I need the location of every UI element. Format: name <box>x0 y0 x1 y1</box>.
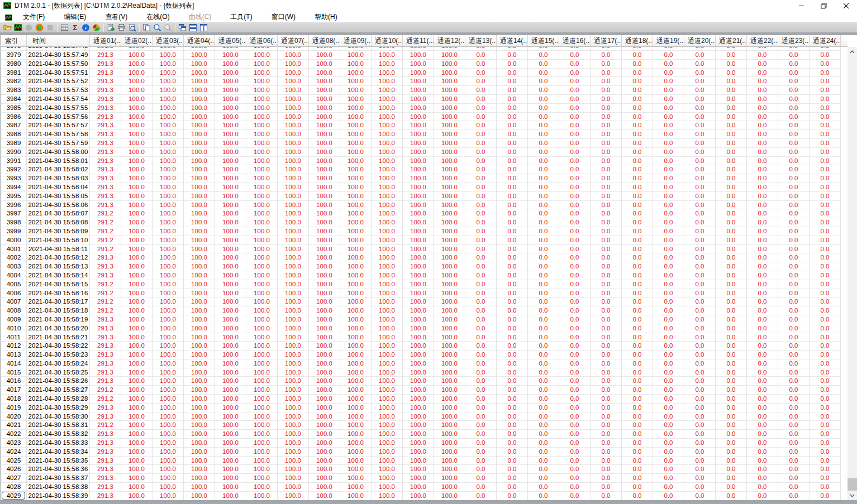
cell-time[interactable]: 2021-04-30 15:58:29 <box>27 404 90 412</box>
cell-ch07[interactable]: 100.0 <box>278 377 309 386</box>
cell-ch16[interactable]: 0.0 <box>559 430 591 439</box>
col-header-ch10[interactable]: 通道10(... <box>372 35 403 46</box>
cell-ch09[interactable]: 100.0 <box>340 492 372 500</box>
cell-ch05[interactable]: 100.0 <box>215 333 246 342</box>
cell-ch07[interactable]: 100.0 <box>278 60 309 69</box>
cell-ch17[interactable]: 0.0 <box>591 306 622 315</box>
cell-ch03[interactable]: 100.0 <box>153 157 184 166</box>
cell-ch05[interactable]: 100.0 <box>215 121 246 130</box>
cell-ch17[interactable]: 0.0 <box>591 333 622 342</box>
cell-ch20[interactable]: 0.0 <box>684 51 716 60</box>
cell-ch01[interactable]: 291.3 <box>90 404 121 412</box>
cell-ch24[interactable]: 0.0 <box>810 465 841 474</box>
cell-ch06[interactable]: 100.0 <box>246 253 278 262</box>
cell-ch06[interactable]: 100.0 <box>246 324 278 333</box>
cell-ch23[interactable]: 0.0 <box>778 404 810 412</box>
cell-ch14[interactable]: 0.0 <box>497 297 528 306</box>
cell-ch08[interactable]: 100.0 <box>309 333 340 342</box>
cell-ch22[interactable]: 0.0 <box>747 245 778 254</box>
cell-ch01[interactable]: 291.3 <box>90 492 121 500</box>
cell-ch09[interactable]: 100.0 <box>340 227 372 236</box>
cell-ch19[interactable]: 0.0 <box>653 139 684 148</box>
cell-ch19[interactable]: 0.0 <box>653 404 684 412</box>
cell-ch15[interactable]: 0.0 <box>528 121 559 130</box>
cell-ch13[interactable]: 0.0 <box>465 457 497 465</box>
cell-index[interactable]: 4027 <box>1 474 27 483</box>
cell-ch02[interactable]: 100.0 <box>121 51 153 60</box>
cell-ch17[interactable]: 0.0 <box>591 439 622 448</box>
cell-ch14[interactable]: 0.0 <box>497 457 528 465</box>
cell-ch16[interactable]: 0.0 <box>559 165 591 174</box>
cell-ch19[interactable]: 0.0 <box>653 457 684 465</box>
cell-ch17[interactable]: 0.0 <box>591 483 622 492</box>
cell-ch01[interactable]: 291.3 <box>90 148 121 157</box>
cell-ch21[interactable]: 0.0 <box>716 209 747 218</box>
cell-ch01[interactable]: 291.3 <box>90 130 121 139</box>
cell-ch13[interactable]: 0.0 <box>465 157 497 166</box>
cell-ch17[interactable]: 0.0 <box>591 280 622 289</box>
cell-ch23[interactable]: 0.0 <box>778 351 810 359</box>
cell-ch08[interactable]: 100.0 <box>309 192 340 201</box>
cell-ch20[interactable]: 0.0 <box>684 209 716 218</box>
cell-ch01[interactable]: 291.3 <box>90 47 121 51</box>
cell-ch21[interactable]: 0.0 <box>716 47 747 51</box>
cell-ch17[interactable]: 0.0 <box>591 104 622 113</box>
cell-ch07[interactable]: 100.0 <box>278 157 309 166</box>
cell-ch23[interactable]: 0.0 <box>778 139 810 148</box>
cell-ch10[interactable]: 100.0 <box>372 404 403 412</box>
cell-ch04[interactable]: 100.0 <box>184 306 215 315</box>
cell-ch23[interactable]: 0.0 <box>778 448 810 457</box>
cell-ch19[interactable]: 0.0 <box>653 192 684 201</box>
cell-ch14[interactable]: 0.0 <box>497 86 528 95</box>
pause-record-button[interactable] <box>45 23 55 32</box>
cell-ch15[interactable]: 0.0 <box>528 448 559 457</box>
cell-ch23[interactable]: 0.0 <box>778 483 810 492</box>
cell-ch09[interactable]: 100.0 <box>340 280 372 289</box>
cell-ch05[interactable]: 100.0 <box>215 253 246 262</box>
cell-ch22[interactable]: 0.0 <box>747 324 778 333</box>
cell-ch12[interactable]: 100.0 <box>434 47 465 51</box>
cell-ch16[interactable]: 0.0 <box>559 227 591 236</box>
cell-ch18[interactable]: 0.0 <box>622 139 653 148</box>
cell-ch16[interactable]: 0.0 <box>559 368 591 377</box>
cell-ch11[interactable]: 100.0 <box>403 139 434 148</box>
cell-ch24[interactable]: 0.0 <box>810 280 841 289</box>
cell-ch07[interactable]: 100.0 <box>278 395 309 404</box>
cell-ch10[interactable]: 100.0 <box>372 165 403 174</box>
cell-ch17[interactable]: 0.0 <box>591 492 622 500</box>
cell-ch08[interactable]: 100.0 <box>309 377 340 386</box>
cell-ch10[interactable]: 100.0 <box>372 86 403 95</box>
cell-ch15[interactable]: 0.0 <box>528 139 559 148</box>
cell-ch24[interactable]: 0.0 <box>810 51 841 60</box>
cell-ch08[interactable]: 100.0 <box>309 474 340 483</box>
cell-ch23[interactable]: 0.0 <box>778 69 810 78</box>
cell-ch16[interactable]: 0.0 <box>559 465 591 474</box>
cell-ch23[interactable]: 0.0 <box>778 157 810 166</box>
cell-ch02[interactable]: 100.0 <box>121 289 153 298</box>
cell-ch20[interactable]: 0.0 <box>684 47 716 51</box>
cell-ch24[interactable]: 0.0 <box>810 289 841 298</box>
cell-ch24[interactable]: 0.0 <box>810 69 841 78</box>
cell-ch17[interactable]: 0.0 <box>591 183 622 192</box>
cell-ch08[interactable]: 100.0 <box>309 412 340 421</box>
cell-ch18[interactable]: 0.0 <box>622 236 653 245</box>
cell-ch21[interactable]: 0.0 <box>716 483 747 492</box>
cell-ch07[interactable]: 100.0 <box>278 306 309 315</box>
cell-ch05[interactable]: 100.0 <box>215 157 246 166</box>
cell-ch22[interactable]: 0.0 <box>747 333 778 342</box>
cell-ch11[interactable]: 100.0 <box>403 201 434 210</box>
cell-ch01[interactable]: 291.2 <box>90 209 121 218</box>
cell-ch08[interactable]: 100.0 <box>309 483 340 492</box>
cell-ch09[interactable]: 100.0 <box>340 218 372 227</box>
cell-ch12[interactable]: 100.0 <box>434 139 465 148</box>
cell-ch22[interactable]: 0.0 <box>747 457 778 465</box>
cell-ch18[interactable]: 0.0 <box>622 483 653 492</box>
cell-ch11[interactable]: 100.0 <box>403 253 434 262</box>
cell-ch07[interactable]: 100.0 <box>278 333 309 342</box>
cell-ch16[interactable]: 0.0 <box>559 315 591 324</box>
cell-ch15[interactable]: 0.0 <box>528 421 559 430</box>
cell-ch05[interactable]: 100.0 <box>215 165 246 174</box>
cell-ch04[interactable]: 100.0 <box>184 113 215 122</box>
tile-vertical-button[interactable] <box>198 23 209 32</box>
cell-ch04[interactable]: 100.0 <box>184 430 215 439</box>
